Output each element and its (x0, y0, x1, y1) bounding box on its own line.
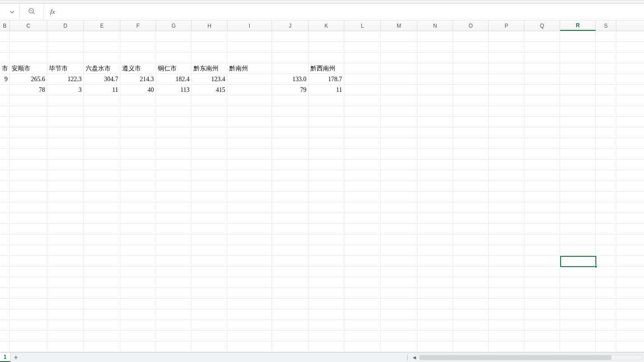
cell[interactable] (560, 31, 596, 41)
cell[interactable] (10, 128, 47, 138)
cell[interactable] (417, 42, 453, 52)
table-row[interactable] (0, 267, 644, 277)
cell[interactable] (560, 95, 596, 106)
cell[interactable] (596, 192, 616, 202)
cell[interactable]: 304.7 (84, 74, 120, 84)
cell[interactable] (344, 331, 381, 341)
cell[interactable] (453, 192, 489, 202)
cell[interactable] (84, 138, 120, 148)
cell[interactable] (272, 117, 309, 127)
table-row[interactable] (0, 170, 644, 181)
table-row[interactable] (0, 309, 644, 320)
cell[interactable] (453, 320, 489, 330)
cell[interactable] (309, 181, 344, 191)
cell[interactable] (524, 341, 560, 352)
cell[interactable] (10, 267, 47, 277)
cell[interactable] (489, 117, 524, 127)
cell[interactable] (524, 95, 560, 106)
cell[interactable] (156, 245, 192, 255)
cell[interactable] (453, 277, 489, 288)
column-header-Q[interactable]: Q (524, 21, 560, 31)
cell[interactable] (560, 320, 596, 330)
cell[interactable] (489, 256, 524, 266)
cell[interactable] (10, 160, 47, 170)
cell[interactable] (344, 63, 381, 74)
cell[interactable] (524, 277, 560, 288)
table-row[interactable] (0, 320, 644, 331)
cell[interactable] (84, 160, 120, 170)
cell[interactable]: 79 (272, 85, 309, 95)
cell[interactable] (272, 288, 309, 298)
table-row[interactable] (0, 277, 644, 288)
sheet-tab-active[interactable]: 1 (0, 353, 11, 362)
cell[interactable] (560, 213, 596, 223)
cell[interactable] (84, 53, 120, 63)
cell[interactable] (309, 277, 344, 288)
cell[interactable] (192, 106, 227, 116)
cell[interactable] (344, 202, 381, 213)
cell[interactable] (272, 277, 309, 288)
cell[interactable]: 安顺市 (10, 63, 47, 74)
cell[interactable] (309, 299, 344, 309)
cell[interactable]: 178.7 (309, 74, 344, 84)
column-header-N[interactable]: N (417, 21, 453, 31)
cell[interactable]: 六盘水市 (84, 63, 120, 74)
cell[interactable] (417, 85, 453, 95)
cell[interactable] (0, 192, 10, 202)
cell[interactable] (344, 74, 381, 84)
cell[interactable] (47, 341, 84, 352)
cell[interactable] (10, 256, 47, 266)
cell[interactable] (0, 53, 10, 63)
table-row[interactable] (0, 42, 644, 53)
table-row[interactable] (0, 53, 644, 63)
cell[interactable] (453, 309, 489, 320)
cell[interactable] (596, 267, 616, 277)
cell[interactable] (120, 192, 156, 202)
cell[interactable] (453, 63, 489, 74)
cell[interactable] (10, 288, 47, 298)
cell[interactable] (524, 234, 560, 245)
cell[interactable] (47, 245, 84, 255)
column-header-L[interactable]: L (344, 21, 381, 31)
cell[interactable] (272, 192, 309, 202)
cell[interactable] (524, 74, 560, 84)
cell[interactable] (84, 288, 120, 298)
cell[interactable] (272, 181, 309, 191)
cell[interactable] (192, 288, 227, 298)
table-row[interactable] (0, 213, 644, 224)
cell[interactable] (84, 106, 120, 116)
cell[interactable] (524, 31, 560, 41)
cell[interactable] (84, 267, 120, 277)
cell[interactable] (344, 53, 381, 63)
cell[interactable] (453, 149, 489, 159)
cell[interactable] (0, 170, 10, 181)
cell[interactable] (0, 202, 10, 213)
cell[interactable] (192, 117, 227, 127)
cell[interactable] (344, 309, 381, 320)
cell[interactable] (84, 234, 120, 245)
cell[interactable] (560, 138, 596, 148)
cell[interactable] (453, 224, 489, 234)
cell[interactable] (309, 160, 344, 170)
cell[interactable] (344, 341, 381, 352)
cell[interactable] (596, 320, 616, 330)
cell[interactable] (489, 31, 524, 41)
cell[interactable]: 122.3 (47, 74, 84, 84)
cell[interactable] (596, 42, 616, 52)
cell[interactable] (120, 267, 156, 277)
cell[interactable]: 214.3 (120, 74, 156, 84)
cell[interactable] (344, 42, 381, 52)
cell[interactable] (227, 256, 272, 266)
cell[interactable] (0, 277, 10, 288)
cell[interactable] (156, 224, 192, 234)
cell[interactable] (489, 234, 524, 245)
cell[interactable] (596, 341, 616, 352)
cell[interactable] (0, 309, 10, 320)
cell[interactable] (156, 234, 192, 245)
cell[interactable] (560, 42, 596, 52)
cell[interactable] (417, 309, 453, 320)
cell[interactable] (524, 213, 560, 223)
cell[interactable] (47, 128, 84, 138)
cell[interactable] (524, 170, 560, 181)
cell[interactable] (309, 234, 344, 245)
